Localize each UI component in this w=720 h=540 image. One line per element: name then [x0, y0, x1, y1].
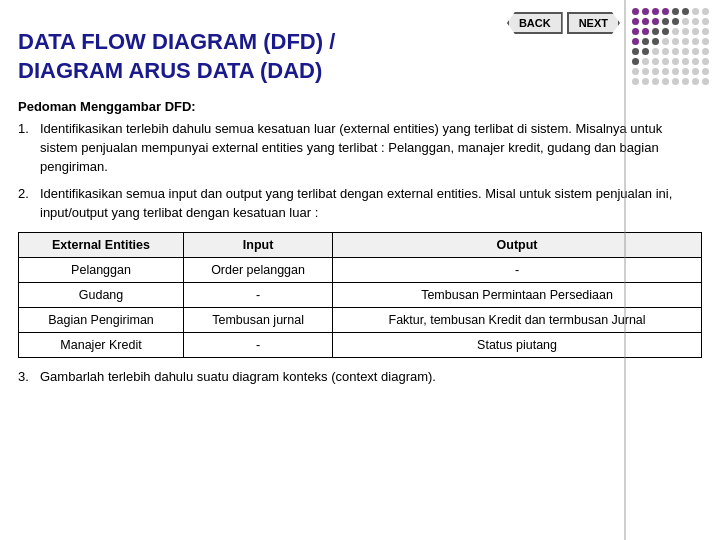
dot [672, 28, 679, 35]
dot [632, 48, 639, 55]
list-item-2: 2. Identifikasikan semua input dan outpu… [18, 185, 702, 223]
cell-input: - [184, 333, 333, 358]
dot [632, 58, 639, 65]
dot [652, 48, 659, 55]
dot [672, 38, 679, 45]
dot [672, 8, 679, 15]
dot [662, 28, 669, 35]
cell-entity: Bagian Pengiriman [19, 308, 184, 333]
dot [702, 18, 709, 25]
cell-entity: Gudang [19, 283, 184, 308]
dot [642, 18, 649, 25]
dot [682, 68, 689, 75]
col-header-entities: External Entities [19, 233, 184, 258]
list-num-1: 1. [18, 120, 40, 177]
section-heading: Pedoman Menggambar DFD: [18, 99, 702, 114]
dot [702, 58, 709, 65]
back-button[interactable]: BACK [507, 12, 563, 34]
dot [632, 68, 639, 75]
dot [632, 8, 639, 15]
dot [662, 68, 669, 75]
dot [652, 8, 659, 15]
dot [692, 18, 699, 25]
cell-entity: Pelanggan [19, 258, 184, 283]
dot [692, 48, 699, 55]
dot [672, 48, 679, 55]
table-row: PelangganOrder pelanggan- [19, 258, 702, 283]
list-text-3: Gambarlah terlebih dahulu suatu diagram … [40, 368, 702, 387]
dot [662, 8, 669, 15]
dot [632, 78, 639, 85]
dot [672, 58, 679, 65]
dot [692, 58, 699, 65]
list-text-2: Identifikasikan semua input dan output y… [40, 185, 702, 223]
list-num-2: 2. [18, 185, 40, 223]
list-num-3: 3. [18, 368, 40, 387]
dot [652, 78, 659, 85]
dot [702, 38, 709, 45]
table-row: Manajer Kredit-Status piutang [19, 333, 702, 358]
dot [682, 28, 689, 35]
cell-input: Tembusan jurnal [184, 308, 333, 333]
dot [662, 58, 669, 65]
dot [642, 68, 649, 75]
page: BACK NEXT DATA FLOW DIAGRAM (DFD) / DIAG… [0, 0, 720, 540]
list-item-1: 1. Identifikasikan terlebih dahulu semua… [18, 120, 702, 177]
col-header-output: Output [333, 233, 702, 258]
dot [632, 38, 639, 45]
dot [652, 28, 659, 35]
dot [672, 68, 679, 75]
vertical-divider [624, 0, 626, 540]
dot [692, 38, 699, 45]
dot [692, 28, 699, 35]
table-row: Bagian PengirimanTembusan jurnalFaktur, … [19, 308, 702, 333]
dot [692, 8, 699, 15]
dot [682, 38, 689, 45]
entities-table: External Entities Input Output Pelanggan… [18, 232, 702, 358]
dot [692, 78, 699, 85]
dot [662, 38, 669, 45]
dot [682, 18, 689, 25]
dot [642, 38, 649, 45]
dot [672, 78, 679, 85]
dot [652, 38, 659, 45]
dot [632, 18, 639, 25]
next-button[interactable]: NEXT [567, 12, 620, 34]
dot [662, 18, 669, 25]
dot [682, 58, 689, 65]
content-area: Pedoman Menggambar DFD: 1. Identifikasik… [18, 99, 702, 387]
table-header-row: External Entities Input Output [19, 233, 702, 258]
dot [632, 28, 639, 35]
dot [662, 48, 669, 55]
dot [682, 78, 689, 85]
cell-output: Status piutang [333, 333, 702, 358]
dot [682, 8, 689, 15]
cell-input: Order pelanggan [184, 258, 333, 283]
list-text-1: Identifikasikan terlebih dahulu semua ke… [40, 120, 702, 177]
dot [702, 28, 709, 35]
table-row: Gudang-Tembusan Permintaan Persediaan [19, 283, 702, 308]
dot [642, 28, 649, 35]
dot [672, 18, 679, 25]
dot [642, 48, 649, 55]
dot [692, 68, 699, 75]
dot [642, 58, 649, 65]
dot [652, 18, 659, 25]
cell-output: Tembusan Permintaan Persediaan [333, 283, 702, 308]
cell-input: - [184, 283, 333, 308]
dot [652, 68, 659, 75]
dot [642, 78, 649, 85]
dot [702, 8, 709, 15]
dots-decoration [632, 8, 712, 88]
page-title: DATA FLOW DIAGRAM (DFD) / DIAGRAM ARUS D… [18, 28, 578, 85]
col-header-input: Input [184, 233, 333, 258]
dot [642, 8, 649, 15]
dot [652, 58, 659, 65]
dot [682, 48, 689, 55]
cell-output: Faktur, tembusan Kredit dan termbusan Ju… [333, 308, 702, 333]
list-item-3: 3. Gambarlah terlebih dahulu suatu diagr… [18, 368, 702, 387]
dot [662, 78, 669, 85]
dot [702, 78, 709, 85]
nav-buttons: BACK NEXT [507, 12, 620, 34]
dot [702, 48, 709, 55]
